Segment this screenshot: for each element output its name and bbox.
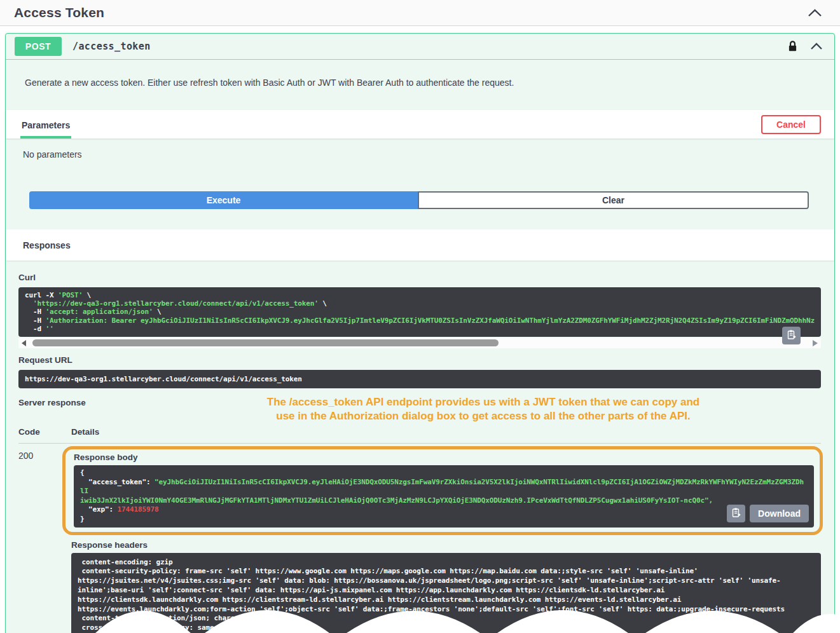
execute-button-group: Execute Clear — [29, 191, 809, 209]
response-header-line: https://clientsdk.launchdarkly.com https… — [78, 596, 815, 605]
opblock-summary[interactable]: POST /access_token — [6, 34, 834, 60]
annotation-line-2: use in the Authorization dialog box to g… — [209, 409, 757, 423]
endpoint-description: Generate a new access token. Either use … — [6, 60, 834, 110]
response-header-line: https://events.launchdarkly.com;form-act… — [78, 605, 815, 615]
opblock-collapse-button[interactable] — [809, 41, 824, 51]
scrollbar-track[interactable] — [31, 339, 808, 346]
response-headers-block: content-encoding: gzip content-security-… — [71, 553, 821, 633]
scroll-left-arrow-icon[interactable] — [22, 340, 26, 346]
tab-parameters: Parameters — [20, 110, 71, 139]
page-title: Access Token — [14, 5, 104, 20]
request-url-label: Request URL — [18, 355, 821, 365]
response-header-line: cross-origin-opener-policy: same-origin — [78, 623, 815, 633]
chevron-up-icon — [808, 10, 822, 19]
response-row-200: 200 Response body { "access_token": "eyJ… — [18, 449, 821, 633]
curl-label: Curl — [18, 273, 821, 282]
clipboard-icon — [787, 329, 797, 342]
response-body-label: Response body — [74, 453, 814, 462]
responses-section-title: Responses — [6, 229, 834, 261]
curl-wrapper: curl -X 'POST' \ 'https://dev-qa3-org1.s… — [18, 287, 821, 348]
curl-horizontal-scrollbar[interactable] — [18, 337, 821, 348]
table-divider — [18, 443, 821, 444]
annotation-note: The /access_token API endpoint provides … — [209, 395, 757, 423]
chevron-up-icon — [810, 43, 823, 52]
download-button[interactable]: Download — [750, 505, 809, 522]
section-collapse-button[interactable] — [806, 8, 823, 18]
response-header-line: content-security-policy: frame-src 'self… — [78, 567, 815, 576]
request-url-value: https://dev-qa3-org1.stellarcyber.cloud/… — [18, 370, 821, 388]
method-badge: POST — [15, 37, 62, 56]
scrollbar-thumb[interactable] — [32, 339, 499, 346]
opblock-post-access-token: POST /access_token Generate a new access… — [5, 33, 835, 633]
details-column-header: Details — [71, 427, 99, 437]
response-header-line: https://jsuites.net/v4/jsuites.css;img-s… — [78, 576, 815, 586]
server-response-label: Server response — [18, 398, 86, 407]
cancel-button[interactable]: Cancel — [761, 115, 821, 134]
response-header-line: content-encoding: gzip — [78, 558, 815, 568]
clear-button[interactable]: Clear — [418, 191, 809, 209]
execute-button[interactable]: Execute — [29, 191, 418, 209]
curl-command: curl -X 'POST' \ 'https://dev-qa3-org1.s… — [18, 287, 821, 337]
response-table-header: Code Details — [18, 427, 821, 437]
annotation-line-1: The /access_token API endpoint provides … — [209, 395, 757, 409]
responses-content: Curl curl -X 'POST' \ 'https://dev-qa3-o… — [6, 261, 834, 633]
response-details: Response body { "access_token": "eyJhbGc… — [71, 449, 821, 633]
response-body-highlight: Response body { "access_token": "eyJhbGc… — [62, 446, 823, 535]
response-headers-label: Response headers — [71, 540, 821, 550]
server-response-row: Server response The /access_token API en… — [18, 397, 821, 427]
lock-icon — [787, 45, 798, 55]
response-copy-button[interactable] — [727, 505, 745, 522]
curl-copy-button[interactable] — [782, 327, 801, 344]
section-header: Access Token — [0, 0, 840, 26]
endpoint-path: /access_token — [72, 41, 151, 52]
authorize-button[interactable] — [786, 39, 799, 54]
no-parameters-text: No parameters — [6, 139, 834, 160]
scroll-right-arrow-icon[interactable] — [813, 340, 818, 346]
response-header-line: content-type: application/json; charset=… — [78, 614, 815, 623]
code-column-header: Code — [18, 427, 71, 437]
response-header-line: inline';base-uri 'self';connect-src 'sel… — [78, 586, 815, 596]
parameters-header: Parameters Cancel — [6, 110, 834, 139]
response-body-json: { "access_token": "eyJhbGciOiJIUzI1NiIsI… — [74, 465, 814, 528]
clipboard-icon — [731, 507, 741, 520]
